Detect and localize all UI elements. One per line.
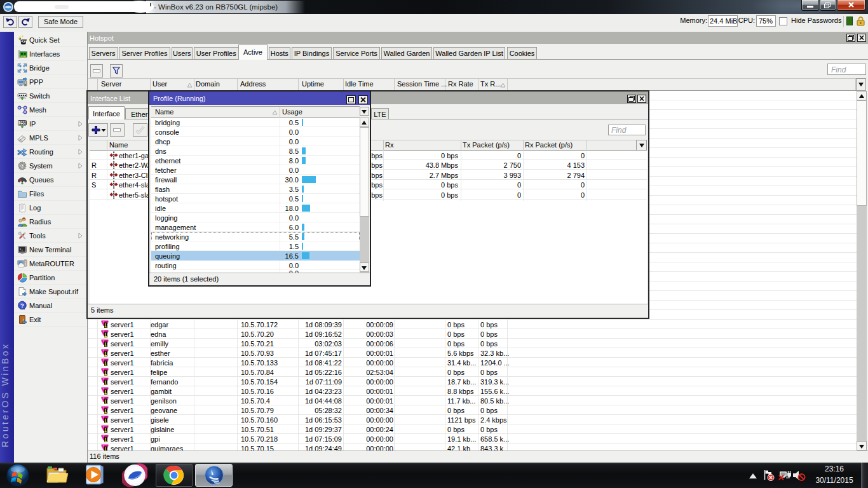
svg-text:?: ? <box>20 302 24 309</box>
svg-text:255: 255 <box>19 121 26 125</box>
